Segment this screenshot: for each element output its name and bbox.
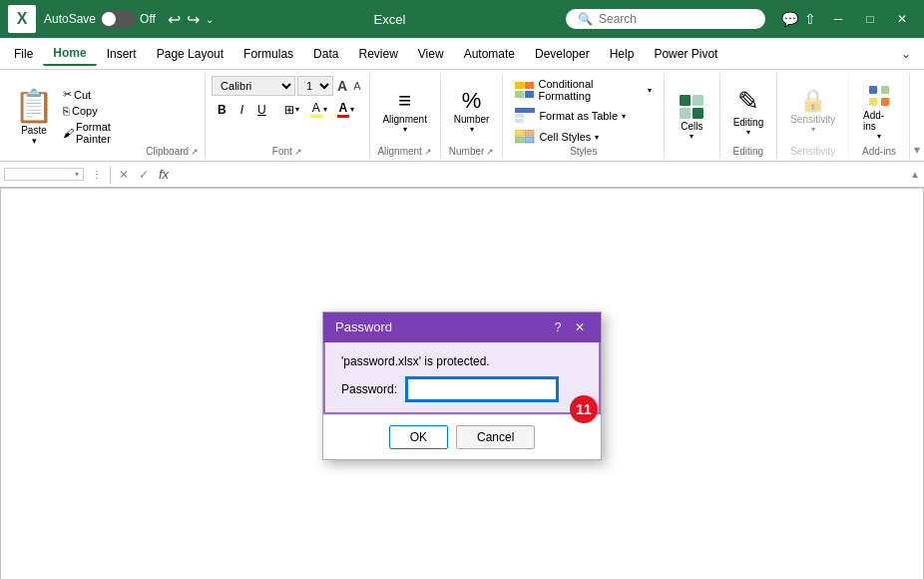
maximize-button[interactable]: □: [856, 7, 884, 31]
svg-rect-17: [869, 86, 877, 94]
comment-icon[interactable]: 💬: [781, 11, 798, 27]
addins-button[interactable]: Add-ins ▾: [855, 78, 903, 145]
border-button[interactable]: ⊞▾: [279, 101, 304, 119]
more-icon[interactable]: ⌄: [206, 14, 214, 25]
editing-button[interactable]: ✎ Editing ▾: [725, 82, 772, 141]
autosave-toggle[interactable]: [100, 10, 136, 28]
cell-styles-button[interactable]: Cell Styles ▾: [509, 128, 658, 146]
autosave-area: AutoSave Off: [44, 10, 156, 28]
svg-rect-1: [525, 82, 534, 89]
menu-bar: File Home Insert Page Layout Formulas Da…: [0, 38, 924, 70]
window-controls: ─ □ ✕: [824, 7, 916, 31]
search-input[interactable]: [599, 12, 718, 26]
svg-rect-8: [526, 119, 535, 123]
menu-formulas[interactable]: Formulas: [233, 43, 303, 65]
font-name-select[interactable]: Calibri: [212, 76, 295, 96]
sensitivity-button[interactable]: 🔒 Sensitivity ▾: [782, 84, 843, 138]
cut-button[interactable]: ✂ Cut: [60, 87, 144, 102]
redo-button[interactable]: ↪: [187, 10, 200, 29]
increase-font-size-btn[interactable]: A: [335, 76, 349, 96]
minimize-button[interactable]: ─: [824, 7, 852, 31]
dialog-ok-btn[interactable]: OK: [389, 425, 448, 449]
svg-rect-12: [525, 137, 534, 143]
sensitivity-icon: 🔒: [799, 88, 826, 114]
number-button[interactable]: % Number ▾: [446, 84, 498, 138]
fill-color-button[interactable]: A ▾: [306, 100, 331, 119]
paste-button[interactable]: 📋 Paste ▾: [10, 85, 58, 148]
fill-color-icon: A: [310, 101, 322, 118]
svg-rect-3: [525, 91, 534, 98]
ribbon-group-addins: Add-ins ▾ Add-ins: [849, 74, 910, 159]
menu-automate[interactable]: Automate: [454, 43, 525, 65]
formula-bar-scroll-up[interactable]: ▲: [910, 169, 920, 180]
menu-insert[interactable]: Insert: [97, 43, 147, 65]
cut-icon: ✂: [63, 88, 72, 101]
dialog-cancel-btn[interactable]: Cancel: [456, 425, 535, 449]
format-painter-icon: 🖌: [63, 127, 74, 139]
formula-cancel-btn[interactable]: ✕: [115, 166, 133, 184]
ribbon-collapse-btn[interactable]: ⌄: [892, 42, 920, 66]
menu-data[interactable]: Data: [303, 43, 348, 65]
copy-icon: ⎘: [63, 105, 70, 117]
decrease-font-size-btn[interactable]: A: [351, 78, 362, 94]
alignment-icon: ≡: [398, 88, 411, 114]
number-icon: %: [462, 88, 482, 114]
clipboard-expand-icon[interactable]: ↗: [191, 147, 199, 157]
menu-developer[interactable]: Developer: [525, 43, 600, 65]
number-expand-icon[interactable]: ↗: [486, 147, 494, 157]
conditional-formatting-button[interactable]: Conditional Formatting ▾: [509, 76, 658, 104]
svg-rect-5: [515, 114, 524, 118]
dialog-field: Password:: [341, 378, 583, 400]
menu-file[interactable]: File: [4, 43, 43, 65]
editing-icon: ✎: [737, 86, 759, 117]
alignment-expand-icon[interactable]: ↗: [424, 147, 432, 157]
format-painter-button[interactable]: 🖌 Format Painter: [60, 120, 144, 146]
dialog-title-icons: ? ✕: [549, 318, 589, 336]
editing-group-label: Editing: [733, 146, 764, 157]
dialog-close-btn[interactable]: ✕: [571, 318, 589, 336]
formula-input[interactable]: [177, 168, 906, 182]
formula-fx-btn[interactable]: fx: [155, 165, 173, 184]
password-input[interactable]: [407, 378, 557, 400]
underline-button[interactable]: U: [251, 101, 272, 119]
ribbon-expand-btn[interactable]: ▾: [910, 141, 924, 159]
menu-page-layout[interactable]: Page Layout: [147, 43, 233, 65]
clipboard-small-btns: ✂ Cut ⎘ Copy 🖌 Format Painter: [60, 85, 144, 146]
menu-review[interactable]: Review: [348, 43, 407, 65]
addins-group-label: Add-ins: [862, 146, 896, 157]
addins-icon: [865, 82, 893, 110]
bold-button[interactable]: B: [212, 101, 232, 119]
cells-label: Cells: [681, 121, 702, 132]
search-box[interactable]: 🔍: [566, 9, 765, 29]
menu-power-pivot[interactable]: Power Pivot: [644, 43, 727, 65]
sensitivity-group-label: Sensitivity: [790, 146, 835, 157]
alignment-button[interactable]: ≡ Alignment ▾: [374, 84, 434, 138]
svg-rect-20: [881, 98, 889, 106]
format-as-table-button[interactable]: Format as Table ▾: [509, 106, 658, 126]
alignment-label: Alignment: [382, 114, 426, 125]
menu-view[interactable]: View: [408, 43, 454, 65]
name-box-options-icon[interactable]: ⋮: [88, 167, 106, 182]
step-badge: 11: [570, 395, 598, 423]
dialog-title-text: Password: [335, 319, 392, 334]
share-icon[interactable]: ⇧: [804, 11, 816, 27]
close-button[interactable]: ✕: [888, 7, 916, 31]
svg-rect-11: [515, 137, 524, 143]
password-dialog: Password ? ✕ 'password.xlsx' is protecte…: [322, 311, 602, 460]
font-expand-icon[interactable]: ↗: [294, 147, 302, 157]
title-bar: X AutoSave Off ↩ ↪ ⌄ Excel 🔍 💬 ⇧ ─ □ ✕: [0, 0, 924, 38]
excel-logo: X: [8, 5, 36, 33]
autosave-state: Off: [140, 12, 156, 26]
font-color-button[interactable]: A ▾: [333, 100, 358, 119]
name-box[interactable]: ▾: [4, 168, 84, 181]
italic-button[interactable]: I: [234, 101, 249, 119]
cells-icon: [678, 93, 705, 121]
menu-help[interactable]: Help: [600, 43, 645, 65]
copy-button[interactable]: ⎘ Copy: [60, 104, 144, 118]
font-size-select[interactable]: 11: [297, 76, 333, 96]
menu-home[interactable]: Home: [43, 42, 96, 66]
undo-button[interactable]: ↩: [168, 10, 181, 29]
formula-confirm-btn[interactable]: ✓: [135, 166, 153, 184]
dialog-help-btn[interactable]: ?: [549, 318, 567, 336]
cells-button[interactable]: Cells ▾: [670, 89, 713, 145]
